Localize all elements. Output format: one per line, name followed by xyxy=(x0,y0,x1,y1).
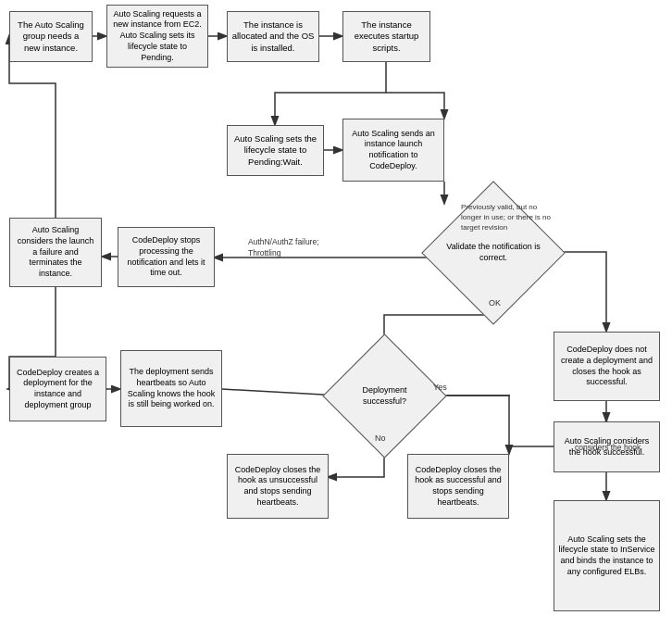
label-ok: OK xyxy=(489,298,501,308)
diagram: The Auto Scaling group needs a new insta… xyxy=(0,0,672,628)
box-close-unsuccessful: CodeDeploy closes the hook as unsuccessf… xyxy=(227,454,329,519)
label-yes: Yes xyxy=(433,383,447,392)
box-instance-startup: The instance executes startup scripts. xyxy=(342,11,430,62)
label-no: No xyxy=(375,433,386,443)
box-lifecycle-pending-wait: Auto Scaling sets the lifecycle state to… xyxy=(227,125,324,176)
box-codedeploy-stops: CodeDeploy stops processing the notifica… xyxy=(118,227,215,287)
label-previously-valid: Previously valid, but no longer in use; … xyxy=(461,202,554,233)
box-close-successful: CodeDeploy closes the hook as successful… xyxy=(407,454,509,519)
box-no-deployment: CodeDeploy does not create a deployment … xyxy=(554,332,660,401)
box-auto-scaling-requests: Auto Scaling requests a new instance fro… xyxy=(106,5,208,68)
box-inservice: Auto Scaling sets the lifecycle state to… xyxy=(554,500,660,611)
label-authn-failure: AuthN/AuthZ failure;Throttling xyxy=(248,237,319,259)
box-heartbeats: The deployment sends heartbeats so Auto … xyxy=(120,350,222,427)
diamond-deployment: Deployment successful? xyxy=(341,352,429,440)
box-auto-scaling-needs-instance: The Auto Scaling group needs a new insta… xyxy=(9,11,93,62)
label-considers-hook: considers the hook xyxy=(575,443,671,454)
box-instance-allocated: The instance is allocated and the OS is … xyxy=(227,11,319,62)
box-launch-notification: Auto Scaling sends an instance launch no… xyxy=(342,119,444,182)
box-auto-scaling-failure: Auto Scaling considers the launch a fail… xyxy=(9,218,102,287)
box-codedeploy-creates: CodeDeploy creates a deployment for the … xyxy=(9,357,106,421)
